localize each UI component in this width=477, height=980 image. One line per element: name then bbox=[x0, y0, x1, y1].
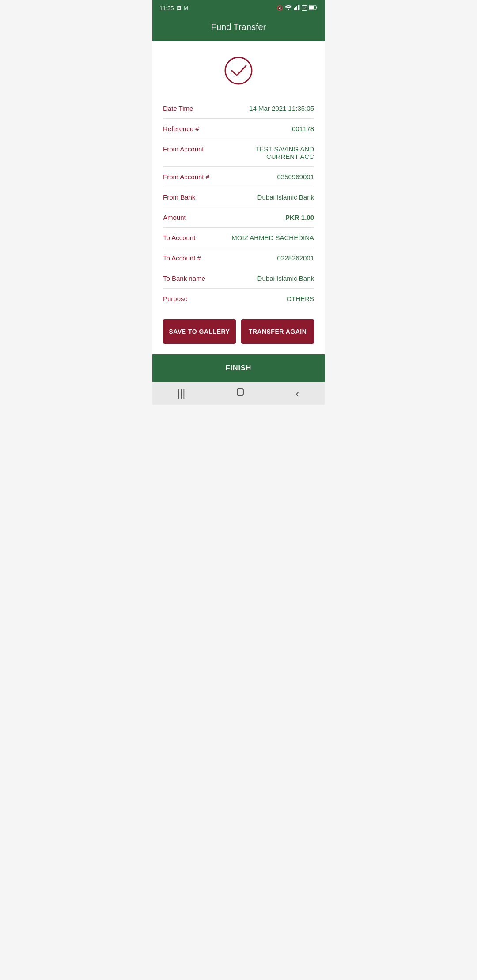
nav-bar: ||| ‹ bbox=[152, 382, 325, 405]
detail-label: Purpose bbox=[163, 295, 188, 302]
back-icon[interactable]: ‹ bbox=[295, 387, 299, 400]
finish-label: FINISH bbox=[226, 364, 251, 372]
detail-value: 001178 bbox=[292, 125, 314, 132]
detail-label: To Bank name bbox=[163, 275, 205, 282]
status-time: 11:35 bbox=[159, 5, 174, 11]
finish-bar[interactable]: FINISH bbox=[152, 354, 325, 382]
detail-value: 14 Mar 2021 11:35:05 bbox=[249, 105, 314, 112]
svg-rect-5 bbox=[299, 5, 300, 10]
svg-point-0 bbox=[288, 9, 289, 11]
detail-row: To AccountMOIZ AHMED SACHEDINA bbox=[163, 228, 314, 248]
detail-label: Date Time bbox=[163, 105, 193, 112]
detail-label: To Account bbox=[163, 234, 195, 241]
status-icons-right: 🔇 R bbox=[277, 5, 318, 11]
mail-status-icon: M bbox=[184, 5, 188, 11]
success-checkmark-icon bbox=[223, 55, 254, 86]
svg-rect-2 bbox=[295, 7, 296, 10]
mute-icon: 🔇 bbox=[277, 5, 283, 11]
wifi-icon bbox=[285, 5, 292, 11]
detail-row: From BankDubai Islamic Bank bbox=[163, 187, 314, 207]
detail-value: PKR 1.00 bbox=[285, 214, 314, 221]
gallery-status-icon: 🖼 bbox=[177, 5, 182, 11]
detail-row: To Bank nameDubai Islamic Bank bbox=[163, 268, 314, 289]
detail-row: AmountPKR 1.00 bbox=[163, 207, 314, 228]
detail-label: From Account # bbox=[163, 173, 209, 181]
recent-apps-icon[interactable]: ||| bbox=[178, 388, 185, 399]
detail-label: Reference # bbox=[163, 125, 199, 132]
signal-icon bbox=[294, 5, 300, 11]
detail-value: Dubai Islamic Bank bbox=[257, 275, 314, 282]
detail-row: Date Time14 Mar 2021 11:35:05 bbox=[163, 98, 314, 119]
svg-rect-3 bbox=[296, 6, 297, 10]
home-icon[interactable] bbox=[235, 387, 245, 400]
svg-point-9 bbox=[225, 57, 252, 84]
svg-rect-1 bbox=[294, 8, 295, 10]
svg-rect-7 bbox=[309, 6, 314, 9]
detail-value: 0228262001 bbox=[277, 254, 314, 262]
page-title: Fund Transfer bbox=[159, 22, 318, 32]
status-bar: 11:35 🖼 M 🔇 R bbox=[152, 0, 325, 16]
detail-label: To Account # bbox=[163, 254, 201, 262]
svg-rect-4 bbox=[298, 5, 299, 10]
transfer-again-button[interactable]: TRANSFER AGAIN bbox=[241, 319, 314, 344]
detail-label: From Account bbox=[163, 145, 204, 153]
battery-icon bbox=[309, 5, 318, 11]
detail-value: Dubai Islamic Bank bbox=[257, 193, 314, 201]
detail-row: From AccountTEST SAVING AND CURRENT ACC bbox=[163, 139, 314, 167]
r-icon: R bbox=[302, 5, 307, 11]
main-content: Date Time14 Mar 2021 11:35:05Reference #… bbox=[152, 41, 325, 309]
detail-row: PurposeOTHERS bbox=[163, 289, 314, 309]
svg-rect-10 bbox=[237, 389, 243, 395]
detail-value: OTHERS bbox=[286, 295, 314, 302]
detail-row: To Account #0228262001 bbox=[163, 248, 314, 268]
svg-rect-8 bbox=[316, 7, 317, 8]
save-to-gallery-button[interactable]: SAVE TO GALLERY bbox=[163, 319, 236, 344]
detail-label: From Bank bbox=[163, 193, 195, 201]
detail-row: From Account #0350969001 bbox=[163, 167, 314, 187]
detail-value: 0350969001 bbox=[277, 173, 314, 181]
detail-row: Reference #001178 bbox=[163, 119, 314, 139]
header: Fund Transfer bbox=[152, 16, 325, 41]
success-icon-container bbox=[163, 41, 314, 98]
detail-value: MOIZ AHMED SACHEDINA bbox=[231, 234, 314, 241]
status-bar-left: 11:35 🖼 M bbox=[159, 5, 188, 11]
detail-label: Amount bbox=[163, 214, 186, 221]
detail-value: TEST SAVING AND CURRENT ACC bbox=[231, 145, 314, 160]
buttons-container: SAVE TO GALLERY TRANSFER AGAIN bbox=[152, 309, 325, 354]
transaction-details: Date Time14 Mar 2021 11:35:05Reference #… bbox=[163, 98, 314, 309]
